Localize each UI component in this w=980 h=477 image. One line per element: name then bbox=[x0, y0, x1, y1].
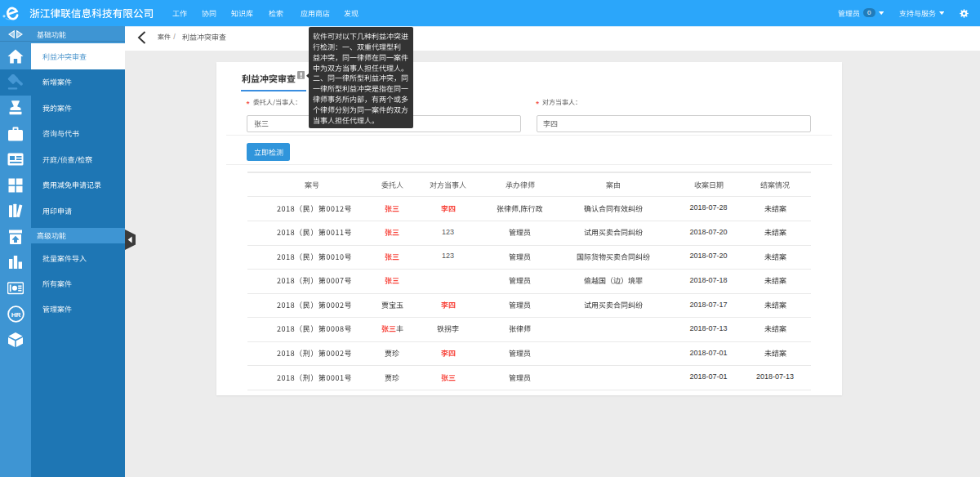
svg-text:HR: HR bbox=[11, 311, 20, 319]
